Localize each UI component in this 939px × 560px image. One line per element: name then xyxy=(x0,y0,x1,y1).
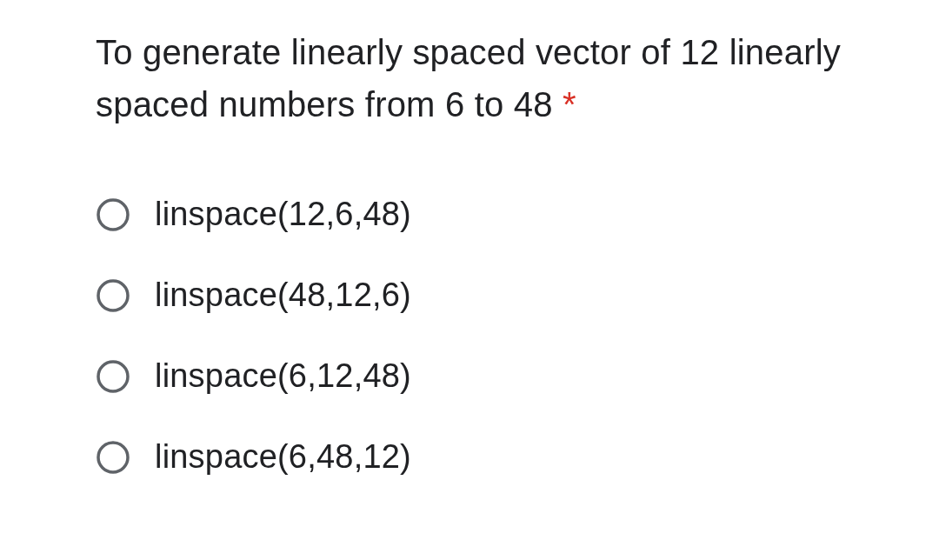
question-text: To generate linearly spaced vector of 12… xyxy=(96,26,852,130)
svg-point-0 xyxy=(98,200,128,230)
options-list: linspace(12,6,48) linspace(48,12,6) lins… xyxy=(96,196,852,476)
svg-point-1 xyxy=(98,281,128,310)
required-asterisk: * xyxy=(563,85,576,123)
radio-unchecked-icon xyxy=(96,440,130,475)
radio-option-4[interactable]: linspace(6,48,12) xyxy=(96,438,852,476)
radio-unchecked-icon xyxy=(96,278,130,313)
option-label: linspace(6,12,48) xyxy=(155,357,411,395)
question-container: To generate linearly spaced vector of 12… xyxy=(96,26,852,476)
radio-option-2[interactable]: linspace(48,12,6) xyxy=(96,277,852,314)
svg-point-3 xyxy=(98,443,128,472)
radio-unchecked-icon xyxy=(96,359,130,394)
radio-option-3[interactable]: linspace(6,12,48) xyxy=(96,357,852,395)
option-label: linspace(6,48,12) xyxy=(155,438,411,476)
option-label: linspace(48,12,6) xyxy=(155,277,411,314)
radio-option-1[interactable]: linspace(12,6,48) xyxy=(96,196,852,233)
svg-point-2 xyxy=(98,362,128,391)
option-label: linspace(12,6,48) xyxy=(155,196,411,233)
radio-unchecked-icon xyxy=(96,197,130,232)
question-text-content: To generate linearly spaced vector of 12… xyxy=(96,33,841,123)
